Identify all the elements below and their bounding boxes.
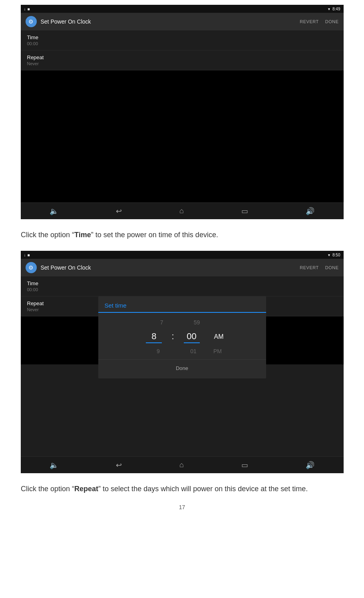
ampm-current-col[interactable]: AM	[212, 332, 226, 341]
action-bar-1: ⚙ Set Power On Clock REVERT DONE	[21, 13, 344, 30]
ampm-below-col: PM	[213, 346, 222, 356]
device-screen-2: ↓ ■ ▾ 8:50 ⚙ Set Power On Clock REVERT D…	[21, 251, 344, 473]
nav-bar-2: 🔈 ↩ ⌂ ▭ 🔊	[21, 456, 344, 473]
page-number: 17	[0, 500, 364, 517]
time-setting-item-2[interactable]: Time 00:00	[21, 276, 344, 296]
time-row-above: 7 59	[98, 316, 266, 329]
hours-current[interactable]: 8	[146, 330, 162, 343]
wifi-icon-1: ▾	[328, 7, 330, 11]
hours-below: 9	[157, 346, 160, 356]
hours-above-col: 7	[146, 318, 178, 327]
time-label-2: Time	[27, 280, 337, 286]
status-icons-left-1: ↓ ■	[24, 7, 30, 11]
instruction-prefix-1: Click the option “	[21, 231, 74, 239]
status-icons-left-2: ↓ ■	[24, 253, 30, 257]
home-icon-1[interactable]: ⌂	[179, 207, 184, 215]
volume-up-icon-1[interactable]: 🔊	[306, 207, 314, 216]
time-picker: 7 59 8	[98, 313, 266, 378]
hours-current-col[interactable]: 8	[138, 330, 170, 343]
set-time-dialog: Set time 7 59	[98, 296, 266, 378]
revert-button-2[interactable]: REVERT	[300, 265, 318, 270]
minutes-current[interactable]: 00	[184, 330, 200, 343]
action-buttons-1: REVERT DONE	[300, 19, 338, 24]
revert-button-1[interactable]: REVERT	[300, 19, 318, 24]
device-screen-1: ↓ ■ ▾ 8:49 ⚙ Set Power On Clock REVERT D…	[21, 5, 344, 219]
time-separator: :	[170, 331, 175, 342]
recents-icon-1[interactable]: ▭	[241, 207, 248, 216]
time-value-2: 00:00	[27, 287, 337, 292]
back-icon-2[interactable]: ↩	[116, 461, 122, 470]
status-bar-2: ↓ ■ ▾ 8:50	[21, 251, 344, 259]
screen-title-1: Set Power On Clock	[41, 18, 300, 25]
done-button-1[interactable]: DONE	[325, 19, 339, 24]
instruction2-suffix: ” to select the days which will power on…	[98, 485, 308, 493]
time-display-1: 8:49	[332, 7, 340, 11]
signal-icon-2: ■	[28, 253, 30, 257]
recents-icon-2[interactable]: ▭	[241, 461, 248, 470]
dialog-divider	[98, 359, 266, 360]
ampm-below: PM	[213, 346, 222, 356]
notification-icon-2: ↓	[24, 253, 26, 257]
status-icons-right-1: ▾ 8:49	[328, 7, 340, 11]
minutes-above-col: 59	[181, 318, 213, 327]
app-icon-1: ⚙	[26, 16, 37, 27]
action-buttons-2: REVERT DONE	[300, 265, 338, 270]
repeat-setting-item-1[interactable]: Repeat Never	[21, 50, 344, 70]
wifi-icon-2: ▾	[328, 253, 330, 257]
dark-content-area-1	[21, 70, 344, 202]
screen-title-2: Set Power On Clock	[41, 264, 300, 271]
minutes-below: 01	[190, 346, 197, 356]
ampm-above-col	[217, 318, 219, 327]
done-button-2[interactable]: DONE	[325, 265, 339, 270]
instruction-text-1: Click the option “Time” to set the power…	[0, 224, 364, 246]
notification-icon-1: ↓	[24, 7, 26, 11]
time-setting-item[interactable]: Time 00:00	[21, 30, 344, 50]
instruction2-bold: Repeat	[74, 485, 98, 493]
dialog-done-button[interactable]: Done	[98, 361, 266, 375]
repeat-label-1: Repeat	[27, 54, 337, 60]
minutes-above: 59	[194, 318, 200, 327]
time-display-2: 8:50	[332, 253, 340, 257]
time-value-1: 00:00	[27, 41, 337, 46]
instruction-bold-1: Time	[74, 231, 91, 239]
ampm-current[interactable]: AM	[212, 332, 226, 341]
action-bar-2: ⚙ Set Power On Clock REVERT DONE	[21, 259, 344, 276]
signal-icon-1: ■	[28, 7, 30, 11]
minutes-below-col: 01	[177, 346, 209, 356]
settings-list-2: Time 00:00 Repeat Never Set time 7	[21, 276, 344, 456]
volume-down-icon-1[interactable]: 🔈	[50, 207, 58, 216]
time-row-current: 8 : 00 AM	[98, 329, 266, 345]
app-icon-2: ⚙	[26, 262, 37, 273]
minutes-current-col[interactable]: 00	[176, 330, 208, 343]
hours-above: 7	[160, 318, 163, 327]
status-icons-right-2: ▾ 8:50	[328, 253, 340, 257]
volume-down-icon-2[interactable]: 🔈	[50, 461, 58, 470]
back-icon-1[interactable]: ↩	[116, 207, 122, 216]
ampm-above	[217, 318, 219, 327]
status-bar-1: ↓ ■ ▾ 8:49	[21, 5, 344, 13]
instruction2-prefix: Click the option “	[21, 485, 74, 493]
repeat-value-1: Never	[27, 61, 337, 66]
instruction-text-2: Click the option “Repeat” to select the …	[0, 478, 364, 500]
dialog-title: Set time	[98, 296, 266, 313]
time-label-1: Time	[27, 34, 337, 40]
home-icon-2[interactable]: ⌂	[179, 461, 184, 469]
hours-below-col: 9	[142, 346, 174, 356]
nav-bar-1: 🔈 ↩ ⌂ ▭ 🔊	[21, 202, 344, 219]
time-row-below: 9 01 PM	[98, 345, 266, 358]
instruction-suffix-1: ” to set the power on time of this devic…	[91, 231, 218, 239]
settings-list-1: Time 00:00 Repeat Never	[21, 30, 344, 70]
volume-up-icon-2[interactable]: 🔊	[306, 461, 314, 470]
